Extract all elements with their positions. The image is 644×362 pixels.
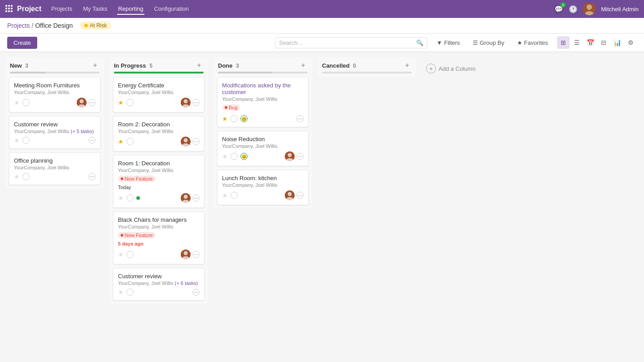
card-title[interactable]: Office planning (14, 157, 96, 164)
card-c4[interactable]: Energy CertificateYourCompany, Joel Will… (113, 77, 205, 112)
card-c9[interactable]: Modifications asked by the customerYourC… (217, 77, 309, 127)
smiley-icon[interactable]: 😊 (240, 115, 248, 122)
menu-circle[interactable]: ⋯ (192, 289, 200, 296)
card-c7[interactable]: Black Chairs for managersYourCompany, Jo… (113, 211, 205, 264)
card-title[interactable]: Room 2: Decoration (118, 121, 200, 128)
star-button[interactable]: ★ (222, 192, 228, 199)
status-circle[interactable] (126, 251, 134, 258)
sub-header: Projects / Office Design At Risk (0, 18, 644, 34)
svg-point-10 (585, 11, 594, 15)
menu-circle[interactable]: ⋯ (88, 173, 96, 180)
card-title[interactable]: Meeting Room Furnitures (14, 82, 96, 89)
status-circle[interactable] (126, 138, 134, 145)
card-c8[interactable]: Customer reviewYourCompany, Joel Willis … (113, 268, 205, 301)
subtask-count[interactable]: (+ 5 tasks) (71, 129, 94, 134)
add-column-button[interactable]: + Add a Column (422, 61, 480, 76)
smiley-icon[interactable]: 😊 (240, 153, 248, 160)
status-circle[interactable] (231, 192, 238, 199)
card-c11[interactable]: Lunch Room: kitchenYourCompany, Joel Wil… (217, 170, 309, 205)
card-avatar (285, 190, 295, 200)
menu-circle[interactable]: ⋯ (88, 99, 96, 106)
card-title[interactable]: Black Chairs for managers (118, 216, 200, 223)
app-grid-icon[interactable] (5, 5, 13, 13)
card-title[interactable]: Noise Reduction (222, 136, 304, 142)
star-button[interactable]: ★ (14, 137, 20, 144)
status-circle[interactable] (231, 153, 238, 160)
chart-view-icon[interactable]: 📊 (611, 36, 623, 49)
menu-circle[interactable]: ⋯ (296, 115, 304, 122)
user-name[interactable]: Mitchell Admin (601, 6, 639, 13)
svg-point-18 (182, 200, 189, 203)
col-add-cancelled[interactable]: + (403, 61, 412, 70)
card-subtitle: YourCompany, Joel Willis (+ 5 tasks) (14, 129, 96, 134)
svg-rect-8 (11, 10, 13, 12)
card-title[interactable]: Room 1: Decoration (118, 160, 200, 167)
menu-circle[interactable]: ⋯ (296, 192, 304, 199)
menu-circle[interactable]: ⋯ (192, 138, 200, 145)
subtask-count[interactable]: (+ 6 tasks) (175, 280, 198, 286)
filters-button[interactable]: ▼ Filters (433, 38, 463, 48)
card-date: 5 days ago (118, 241, 144, 246)
card-c2[interactable]: Customer reviewYourCompany, Joel Willis … (9, 116, 100, 149)
list-view-icon[interactable]: ☰ (570, 36, 583, 49)
card-c5[interactable]: Room 2: DecorationYourCompany, Joel Will… (113, 116, 205, 151)
card-title[interactable]: Customer review (14, 121, 96, 128)
nav-projects[interactable]: Projects (50, 4, 73, 15)
col-progress-in_progress (114, 72, 204, 73)
favorites-button[interactable]: ★ Favorites (513, 38, 552, 48)
status-circle[interactable] (231, 115, 238, 122)
svg-point-20 (182, 256, 189, 259)
nav-reporting[interactable]: Reporting (117, 4, 144, 15)
card-c10[interactable]: Noise ReductionYourCompany, Joel Willis … (217, 131, 309, 166)
star-button[interactable]: ★ (222, 115, 228, 122)
card-title[interactable]: Lunch Room: kitchen (222, 175, 304, 181)
settings-view-icon[interactable]: ⚙ (624, 36, 637, 49)
svg-point-13 (184, 99, 188, 103)
nav-configuration[interactable]: Configuration (153, 4, 190, 15)
col-add-new[interactable]: + (91, 61, 100, 70)
status-circle[interactable] (126, 99, 134, 106)
col-add-done[interactable]: + (299, 61, 308, 70)
card-c6[interactable]: Room 1: DecorationYourCompany, Joel Will… (113, 155, 205, 208)
card-c3[interactable]: Office planningYourCompany, Joel Willis … (9, 152, 100, 185)
status-circle[interactable] (126, 289, 134, 296)
create-button[interactable]: Create (7, 37, 37, 49)
star-button[interactable]: ★ (118, 99, 124, 106)
groupby-button[interactable]: ☰ Group By (469, 38, 508, 48)
star-button[interactable]: ★ (118, 289, 124, 296)
table-view-icon[interactable]: ⊟ (597, 36, 610, 49)
calendar-view-icon[interactable]: 📅 (584, 36, 596, 49)
card-footer: ★ ⋯ (14, 98, 96, 108)
status-circle[interactable] (22, 99, 30, 106)
status-circle[interactable] (126, 194, 134, 202)
menu-circle[interactable]: ⋯ (192, 251, 200, 258)
card-footer: ★ ⋯ (118, 250, 200, 259)
star-button[interactable]: ★ (118, 251, 124, 258)
star-button[interactable]: ★ (14, 173, 20, 180)
messages-icon[interactable]: 💬 5 (554, 5, 563, 13)
menu-circle[interactable]: ⋯ (88, 137, 96, 144)
status-circle[interactable] (22, 137, 30, 144)
clock-icon[interactable]: 🕐 (569, 5, 578, 13)
card-title[interactable]: Customer review (118, 273, 200, 280)
nav-mytasks[interactable]: My Tasks (82, 4, 108, 15)
star-button[interactable]: ★ (118, 194, 124, 202)
menu-circle[interactable]: ⋯ (192, 194, 200, 202)
search-icon[interactable]: 🔍 (416, 39, 423, 46)
search-box: 🔍 (275, 37, 427, 48)
breadcrumb-parent[interactable]: Projects (7, 22, 30, 29)
avatar[interactable] (583, 3, 596, 15)
star-button[interactable]: ★ (118, 138, 124, 145)
card-title[interactable]: Energy Certificate (118, 82, 200, 89)
star-button[interactable]: ★ (222, 153, 228, 160)
kanban-view-icon[interactable]: ⊞ (557, 36, 570, 49)
star-icon: ★ (517, 39, 522, 46)
col-add-in_progress[interactable]: + (195, 61, 204, 70)
menu-circle[interactable]: ⋯ (296, 153, 304, 160)
card-c1[interactable]: Meeting Room FurnituresYourCompany, Joel… (9, 77, 100, 112)
card-title[interactable]: Modifications asked by the customer (222, 82, 304, 95)
status-circle[interactable] (22, 173, 30, 180)
menu-circle[interactable]: ⋯ (192, 99, 200, 106)
search-input[interactable] (279, 39, 416, 46)
star-button[interactable]: ★ (14, 99, 20, 106)
